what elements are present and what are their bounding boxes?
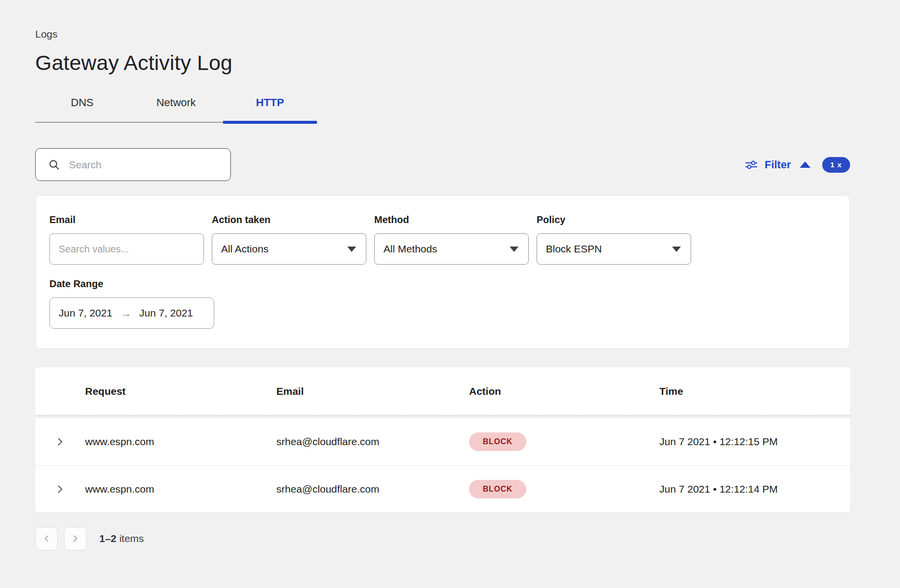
- chevron-down-icon: [347, 247, 356, 252]
- policy-filter-value: Block ESPN: [546, 243, 602, 255]
- filter-label: Filter: [765, 158, 791, 171]
- column-header-time: Time: [659, 385, 850, 397]
- filter-field-action: Action taken All Actions: [212, 214, 366, 265]
- page-content: Logs Gateway Activity Log DNS Network HT…: [0, 0, 900, 550]
- previous-page-button[interactable]: [35, 527, 58, 550]
- action-filter-value: All Actions: [221, 243, 269, 255]
- cell-action: BLOCK: [469, 480, 659, 498]
- column-header-email: Email: [276, 385, 469, 397]
- chevron-up-icon: [800, 161, 810, 168]
- chevron-down-icon: [672, 247, 681, 252]
- filter-sliders-icon: [745, 159, 758, 170]
- daterange-picker[interactable]: Jun 7, 2021 → Jun 7, 2021: [49, 297, 214, 329]
- next-page-button[interactable]: [64, 527, 87, 550]
- search-icon: [48, 159, 60, 171]
- cell-request: www.espn.com: [85, 436, 276, 448]
- filter-field-policy: Policy Block ESPN: [537, 214, 691, 265]
- row-expand-button[interactable]: [35, 483, 85, 496]
- tab-dns[interactable]: DNS: [35, 96, 129, 122]
- table-body: www.espn.com srhea@cloudflare.com BLOCK …: [35, 418, 850, 512]
- filter-field-email: Email: [49, 214, 204, 265]
- filter-count-badge[interactable]: 1 x: [822, 157, 850, 173]
- cell-time: Jun 7 2021 • 12:12:15 PM: [659, 436, 850, 448]
- tab-bar: DNS Network HTTP: [35, 96, 317, 123]
- chevron-right-icon: [54, 483, 67, 496]
- search-box[interactable]: [35, 148, 231, 181]
- method-filter-value: All Methods: [383, 243, 437, 255]
- table-row: www.espn.com srhea@cloudflare.com BLOCK …: [35, 465, 850, 512]
- email-filter-input[interactable]: [49, 233, 204, 265]
- row-expand-button[interactable]: [35, 435, 85, 448]
- chevron-right-icon: [70, 533, 81, 544]
- cell-email: srhea@cloudflare.com: [276, 436, 469, 448]
- filter-field-method: Method All Methods: [374, 214, 529, 265]
- chevron-right-icon: [54, 435, 67, 448]
- table-row: www.espn.com srhea@cloudflare.com BLOCK …: [35, 418, 850, 465]
- cell-time: Jun 7 2021 • 12:12:14 PM: [659, 483, 850, 495]
- filter-panel: Email Action taken All Actions Method Al…: [35, 195, 850, 349]
- filter-field-daterange: Date Range Jun 7, 2021 → Jun 7, 2021: [49, 278, 836, 329]
- breadcrumb: Logs: [35, 28, 850, 40]
- cell-request: www.espn.com: [85, 483, 276, 495]
- arrow-right-icon: →: [120, 307, 132, 320]
- column-header-request: Request: [85, 385, 276, 397]
- method-filter-select[interactable]: All Methods: [374, 233, 529, 265]
- column-header-action: Action: [469, 385, 659, 397]
- search-input[interactable]: [69, 159, 221, 171]
- header-divider: [35, 415, 850, 418]
- block-action-badge: BLOCK: [469, 432, 526, 451]
- cell-action: BLOCK: [469, 432, 659, 451]
- table-header-row: Request Email Action Time: [35, 367, 850, 415]
- tab-network[interactable]: Network: [129, 96, 223, 122]
- action-filter-select[interactable]: All Actions: [212, 233, 366, 265]
- policy-filter-select[interactable]: Block ESPN: [537, 233, 691, 265]
- policy-filter-label: Policy: [537, 214, 691, 226]
- action-filter-label: Action taken: [212, 214, 366, 226]
- chevron-left-icon: [41, 533, 52, 544]
- chevron-down-icon: [510, 247, 518, 252]
- pagination-items-label: items: [119, 533, 144, 544]
- filter-toggle[interactable]: Filter 1 x: [745, 157, 850, 173]
- block-action-badge: BLOCK: [469, 480, 526, 498]
- cell-email: srhea@cloudflare.com: [276, 483, 469, 495]
- pagination-count: 1–2: [99, 533, 116, 544]
- method-filter-label: Method: [374, 214, 529, 226]
- activity-log-table: Request Email Action Time www.espn.com s…: [35, 367, 850, 512]
- daterange-end: Jun 7, 2021: [139, 307, 193, 319]
- daterange-filter-label: Date Range: [49, 278, 836, 290]
- filter-fields: Email Action taken All Actions Method Al…: [49, 214, 836, 265]
- email-filter-label: Email: [49, 214, 204, 226]
- search-row: Filter 1 x: [35, 148, 850, 181]
- daterange-start: Jun 7, 2021: [59, 307, 112, 319]
- tab-http[interactable]: HTTP: [223, 96, 317, 122]
- pagination-summary: 1–2 items: [99, 533, 144, 544]
- pagination: 1–2 items: [35, 527, 850, 550]
- page-title: Gateway Activity Log: [35, 51, 850, 75]
